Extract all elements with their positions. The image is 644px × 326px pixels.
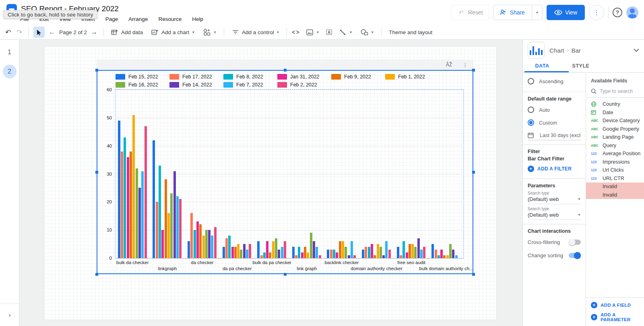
custom-radio[interactable]	[528, 119, 534, 126]
selection-handle[interactable]	[95, 171, 98, 174]
selection-handle[interactable]	[284, 69, 287, 72]
bar-feb-15-2022[interactable]	[431, 244, 434, 258]
bar-jan-31-2022[interactable]	[127, 157, 129, 258]
report-canvas[interactable]: ÂŽ ⋮ Feb 15, 2022Feb 17, 2022Feb 8, 20…	[19, 40, 522, 326]
bar-feb-1-2022[interactable]	[446, 255, 449, 258]
reset-button[interactable]: ↶ Reset	[451, 5, 489, 20]
user-avatar[interactable]	[626, 6, 638, 18]
bar-feb-16-2022[interactable]	[240, 250, 242, 258]
change-sorting-toggle[interactable]	[569, 253, 581, 258]
bar-feb-8-2022[interactable]	[333, 250, 335, 258]
bar-feb-1-2022[interactable]	[272, 241, 275, 258]
share-button[interactable]: Share ▼	[493, 5, 543, 20]
next-page-icon[interactable]: →	[90, 28, 98, 36]
bar-feb-17-2022[interactable]	[400, 255, 402, 258]
bar-feb-7-2022[interactable]	[455, 255, 458, 258]
selection-handle[interactable]	[284, 273, 287, 276]
text-box-icon[interactable]: A	[325, 28, 333, 36]
bar-feb-16-2022[interactable]	[170, 193, 173, 258]
theme-layout-button[interactable]: Theme and layout	[386, 28, 435, 37]
bar-feb-1-2022[interactable]	[167, 213, 170, 258]
parameter-value-dropdown[interactable]: (Default) web▼	[528, 211, 581, 220]
bar-feb-15-2022[interactable]	[327, 250, 329, 258]
bar-feb-8-2022[interactable]	[159, 166, 161, 258]
bar-feb-2-2022[interactable]	[388, 250, 391, 258]
bar-feb-9-2022[interactable]	[374, 255, 376, 258]
prev-page-icon[interactable]: ←	[48, 28, 56, 36]
embed-code-icon[interactable]: <>	[292, 28, 300, 36]
bar-feb-9-2022[interactable]	[409, 244, 411, 258]
legend-item[interactable]: Feb 2, 2022	[277, 82, 331, 88]
bar-feb-2-2022[interactable]	[144, 126, 147, 258]
bar-feb-17-2022[interactable]	[435, 250, 437, 258]
image-tool[interactable]: ▼	[303, 27, 322, 38]
bar-feb-9-2022[interactable]	[130, 152, 132, 258]
bar-feb-8-2022[interactable]	[368, 247, 370, 258]
bar-feb-1-2022[interactable]	[342, 241, 344, 258]
bar-feb-7-2022[interactable]	[316, 247, 318, 258]
selection-handle[interactable]	[95, 69, 98, 72]
menu-arrange[interactable]: Arrange	[128, 16, 148, 23]
bar-feb-14-2022[interactable]	[278, 250, 280, 258]
bar-chart-type-icon[interactable]	[528, 42, 545, 59]
bar-feb-2-2022[interactable]	[179, 199, 182, 258]
sort-az-icon[interactable]: ÂŽ	[446, 62, 452, 68]
bar-feb-8-2022[interactable]	[402, 241, 405, 258]
chart-menu-icon[interactable]: ⋮	[462, 62, 468, 68]
bar-feb-8-2022[interactable]	[194, 230, 196, 258]
bar-feb-15-2022[interactable]	[188, 241, 190, 258]
legend-item[interactable]: Feb 7, 2022	[223, 82, 277, 88]
selection-handle[interactable]	[472, 69, 475, 72]
bar-feb-15-2022[interactable]	[223, 247, 225, 258]
bar-jan-31-2022[interactable]	[406, 252, 408, 258]
bar-feb-9-2022[interactable]	[339, 241, 341, 258]
bar-jan-31-2022[interactable]	[196, 221, 199, 258]
redo-icon[interactable]: ↷	[15, 28, 23, 36]
legend-item[interactable]: Feb 9, 2022	[331, 74, 385, 80]
bar-feb-15-2022[interactable]	[397, 247, 399, 258]
bar-feb-7-2022[interactable]	[246, 250, 248, 258]
menu-help[interactable]: Help	[192, 16, 203, 23]
legend-item[interactable]: Jan 31, 2022	[277, 74, 331, 80]
add-a-field-button[interactable]: + ADD A FIELD	[591, 301, 644, 309]
bar-feb-17-2022[interactable]	[156, 202, 158, 258]
bar-feb-2-2022[interactable]	[353, 255, 356, 258]
bar-feb-1-2022[interactable]	[377, 244, 379, 258]
selection-handle[interactable]	[472, 273, 475, 276]
tab-data[interactable]: DATA	[523, 61, 561, 72]
add-chart-button[interactable]: Add a chart ▼	[149, 27, 197, 38]
cross-filtering-toggle[interactable]	[569, 240, 581, 245]
bar-feb-7-2022[interactable]	[420, 250, 423, 258]
field-url-clicks[interactable]: 123Url Clicks	[586, 166, 644, 174]
undo-icon[interactable]: ↶	[4, 28, 12, 36]
page-thumb-2[interactable]: 2	[3, 65, 17, 78]
bar-feb-2-2022[interactable]	[214, 227, 217, 258]
more-options-button[interactable]: ⋮	[589, 5, 604, 20]
bar-feb-14-2022[interactable]	[173, 171, 176, 258]
bar-feb-17-2022[interactable]	[190, 213, 193, 258]
bar-feb-16-2022[interactable]	[310, 233, 312, 258]
bar-jan-31-2022[interactable]	[231, 247, 234, 258]
date-range-auto-option[interactable]: Auto	[528, 103, 581, 116]
legend-item[interactable]: Feb 8, 2022	[223, 74, 277, 80]
field-landing-page[interactable]: ABCLanding Page	[586, 133, 644, 141]
bar-feb-14-2022[interactable]	[417, 238, 420, 258]
bar-feb-8-2022[interactable]	[438, 255, 440, 258]
bar-feb-8-2022[interactable]	[124, 137, 126, 258]
bar-chart-component[interactable]: ÂŽ ⋮ Feb 15, 2022Feb 17, 2022Feb 8, 20…	[97, 59, 473, 277]
bar-jan-31-2022[interactable]	[440, 250, 443, 258]
bar-feb-16-2022[interactable]	[414, 247, 417, 258]
field-google-property[interactable]: ABCGoogle Property	[586, 125, 644, 133]
selection-handle[interactable]	[95, 273, 98, 276]
bar-feb-7-2022[interactable]	[176, 196, 179, 258]
bar-jan-31-2022[interactable]	[336, 252, 338, 258]
auto-radio[interactable]	[528, 107, 534, 113]
bar-feb-8-2022[interactable]	[263, 252, 266, 258]
field-impressions[interactable]: 123Impressions	[586, 158, 644, 166]
sort-ascending-option[interactable]: Ascending	[528, 75, 581, 88]
view-button[interactable]: View	[547, 5, 585, 20]
bar-feb-17-2022[interactable]	[330, 250, 332, 258]
bar-feb-15-2022[interactable]	[362, 250, 364, 258]
bar-feb-14-2022[interactable]	[208, 230, 211, 258]
page-thumb-1[interactable]: 1	[3, 45, 17, 59]
